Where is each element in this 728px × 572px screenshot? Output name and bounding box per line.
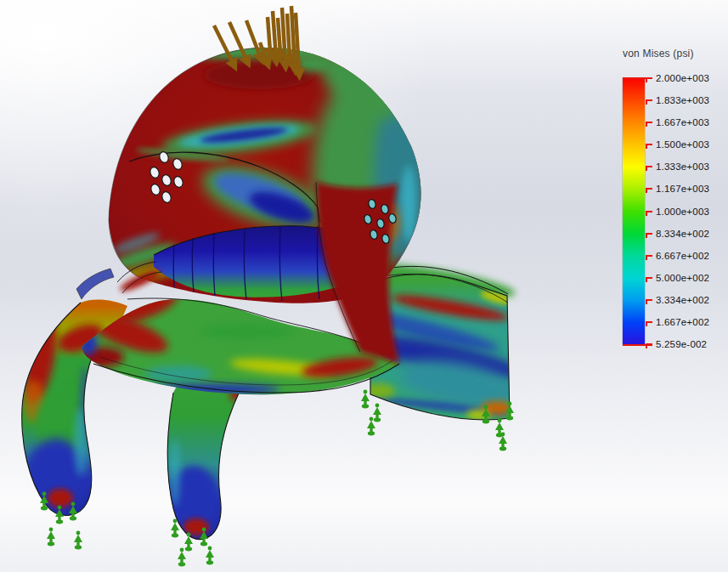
legend-labels: 2.000e+003 1.833e+003 1.667e+003 1.500e+… (645, 78, 725, 345)
legend-title: von Mises (psi) (623, 48, 725, 59)
legend-value: 8.334e+002 (656, 227, 709, 241)
legend-value: 1.833e+003 (656, 93, 709, 107)
result-legend[interactable]: von Mises (psi) 2.000e+003 1.833e+003 1.… (623, 48, 725, 59)
legend-tick (646, 233, 652, 235)
legend-tick (646, 144, 652, 145)
legend-value: 2.000e+003 (656, 71, 709, 85)
legend-tick (646, 77, 652, 79)
legend-value: 6.667e+002 (656, 249, 709, 263)
legend-tick (646, 255, 652, 257)
fixture-icon (74, 531, 82, 550)
viewport-background: von Mises (psi) 2.000e+003 1.833e+003 1.… (0, 0, 728, 572)
legend-value: 1.167e+003 (656, 182, 709, 195)
legend-value: 1.667e+002 (656, 315, 709, 329)
legend-colorbar (623, 78, 645, 345)
legend-tick (646, 299, 652, 301)
fixture-icon (206, 547, 214, 565)
fixture-icon (178, 548, 186, 567)
load-arrow-icon (278, 18, 280, 53)
legend-value: 1.333e+003 (656, 160, 709, 173)
fixture-icon (361, 390, 370, 409)
legend-tick (646, 122, 652, 123)
viewport-3d[interactable] (0, 0, 728, 572)
legend-tick (646, 188, 652, 190)
legend-tick (646, 211, 652, 212)
legend-value: 5.259e-002 (656, 337, 707, 351)
legend-tick (646, 99, 652, 101)
load-arrow-icon (287, 14, 290, 58)
legend-value: 1.000e+003 (656, 205, 709, 218)
legend-tick (646, 166, 652, 167)
legend-value: 1.667e+003 (656, 116, 709, 129)
fixture-icon (47, 528, 55, 547)
fixture-icon (373, 404, 381, 422)
legend-tick (646, 277, 652, 279)
legend-value: 1.500e+003 (656, 138, 709, 151)
legend-tick (646, 343, 652, 345)
fixture-symbols[interactable] (40, 390, 514, 567)
legend-value: 3.334e+002 (656, 293, 709, 307)
load-arrow-icon (268, 17, 270, 51)
legend-tick (646, 321, 652, 323)
legend-value: 5.000e+002 (656, 271, 709, 285)
